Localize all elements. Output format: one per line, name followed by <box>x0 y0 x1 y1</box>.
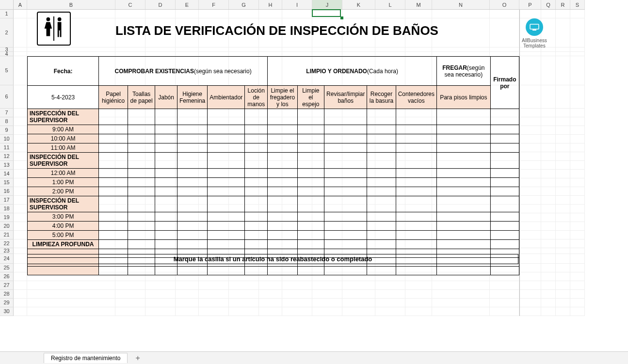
checklist-cell[interactable] <box>245 222 268 231</box>
checklist-cell[interactable] <box>177 134 207 143</box>
checklist-cell[interactable] <box>490 125 519 134</box>
checklist-cell[interactable] <box>297 178 324 187</box>
checklist-cell[interactable] <box>208 178 245 187</box>
checklist-cell[interactable] <box>245 153 268 169</box>
checklist-cell[interactable] <box>99 267 128 275</box>
checklist-cell[interactable] <box>245 178 268 187</box>
row-header-10[interactable]: 10 <box>0 135 14 143</box>
col-header-B[interactable]: B <box>27 0 115 9</box>
checklist-cell[interactable] <box>324 178 367 187</box>
checklist-cell[interactable] <box>99 134 128 143</box>
checklist-cell[interactable] <box>297 222 324 231</box>
col-header-E[interactable]: E <box>176 0 199 9</box>
checklist-cell[interactable] <box>490 153 519 169</box>
fill-handle[interactable] <box>340 16 343 19</box>
checklist-cell[interactable] <box>208 109 245 125</box>
checklist-cell[interactable] <box>268 187 297 196</box>
checklist-cell[interactable] <box>177 196 207 212</box>
checklist-cell[interactable] <box>208 231 245 240</box>
checklist-cell[interactable] <box>177 169 207 178</box>
checklist-cell[interactable] <box>245 196 268 212</box>
checklist-cell[interactable] <box>268 267 297 275</box>
checklist-cell[interactable] <box>245 212 268 222</box>
checklist-cell[interactable] <box>268 212 297 222</box>
checklist-cell[interactable] <box>155 267 177 275</box>
checklist-cell[interactable] <box>208 169 245 178</box>
checklist-cell[interactable] <box>437 153 491 169</box>
checklist-cell[interactable] <box>297 109 324 125</box>
checklist-cell[interactable] <box>268 134 297 143</box>
row-header-21[interactable]: 21 <box>0 231 14 239</box>
col-header-C[interactable]: C <box>115 0 145 9</box>
checklist-cell[interactable] <box>245 143 268 153</box>
row-header-25[interactable]: 25 <box>0 264 14 272</box>
checklist-cell[interactable] <box>490 222 519 231</box>
checklist-cell[interactable] <box>177 240 207 249</box>
checklist-cell[interactable] <box>99 143 128 153</box>
checklist-cell[interactable] <box>268 231 297 240</box>
checklist-cell[interactable] <box>490 212 519 222</box>
checklist-cell[interactable] <box>128 222 155 231</box>
checklist-cell[interactable] <box>367 134 396 143</box>
checklist-cell[interactable] <box>208 240 245 249</box>
checklist-cell[interactable] <box>128 267 155 275</box>
checklist-cell[interactable] <box>245 187 268 196</box>
checklist-cell[interactable] <box>208 196 245 212</box>
checklist-cell[interactable] <box>297 231 324 240</box>
checklist-cell[interactable] <box>396 196 436 212</box>
checklist-cell[interactable] <box>268 196 297 212</box>
checklist-cell[interactable] <box>297 125 324 134</box>
checklist-cell[interactable] <box>490 267 519 275</box>
row-header-13[interactable]: 13 <box>0 161 14 170</box>
checklist-cell[interactable] <box>155 240 177 249</box>
checklist-cell[interactable] <box>324 267 367 275</box>
row-header-7[interactable]: 7 <box>0 109 14 117</box>
row-header-11[interactable]: 11 <box>0 143 14 152</box>
checklist-cell[interactable] <box>155 196 177 212</box>
row-header-20[interactable]: 20 <box>0 222 14 231</box>
col-header-O[interactable]: O <box>490 0 519 9</box>
checklist-cell[interactable] <box>128 125 155 134</box>
checklist-cell[interactable] <box>155 169 177 178</box>
checklist-cell[interactable] <box>367 222 396 231</box>
sheet-tab[interactable]: Registro de mantenimiento <box>44 353 128 363</box>
checklist-cell[interactable] <box>396 153 436 169</box>
checklist-cell[interactable] <box>208 134 245 143</box>
checklist-cell[interactable] <box>396 109 436 125</box>
checklist-cell[interactable] <box>297 267 324 275</box>
checklist-cell[interactable] <box>437 267 491 275</box>
checklist-cell[interactable] <box>208 187 245 196</box>
checklist-cell[interactable] <box>128 178 155 187</box>
checklist-cell[interactable] <box>208 125 245 134</box>
row-header-18[interactable]: 18 <box>0 205 14 213</box>
checklist-cell[interactable] <box>437 187 491 196</box>
checklist-cell[interactable] <box>324 196 367 212</box>
checklist-cell[interactable] <box>396 143 436 153</box>
checklist-cell[interactable] <box>396 231 436 240</box>
checklist-cell[interactable] <box>490 169 519 178</box>
checklist-cell[interactable] <box>155 109 177 125</box>
checklist-cell[interactable] <box>268 153 297 169</box>
checklist-cell[interactable] <box>324 231 367 240</box>
col-header-M[interactable]: M <box>405 0 432 9</box>
row-header-24[interactable]: 24 <box>0 254 14 264</box>
checklist-cell[interactable] <box>99 222 128 231</box>
checklist-cell[interactable] <box>177 109 207 125</box>
checklist-cell[interactable] <box>396 125 436 134</box>
checklist-cell[interactable] <box>99 178 128 187</box>
checklist-cell[interactable] <box>245 231 268 240</box>
checklist-cell[interactable] <box>155 134 177 143</box>
col-header-J[interactable]: J <box>312 0 342 9</box>
checklist-cell[interactable] <box>490 178 519 187</box>
checklist-cell[interactable] <box>396 187 436 196</box>
checklist-cell[interactable] <box>268 125 297 134</box>
checklist-cell[interactable] <box>155 178 177 187</box>
checklist-cell[interactable] <box>367 169 396 178</box>
checklist-cell[interactable] <box>99 196 128 212</box>
checklist-cell[interactable] <box>99 169 128 178</box>
checklist-cell[interactable] <box>177 267 207 275</box>
checklist-cell[interactable] <box>99 109 128 125</box>
checklist-cell[interactable] <box>177 212 207 222</box>
checklist-cell[interactable] <box>324 169 367 178</box>
checklist-cell[interactable] <box>99 125 128 134</box>
